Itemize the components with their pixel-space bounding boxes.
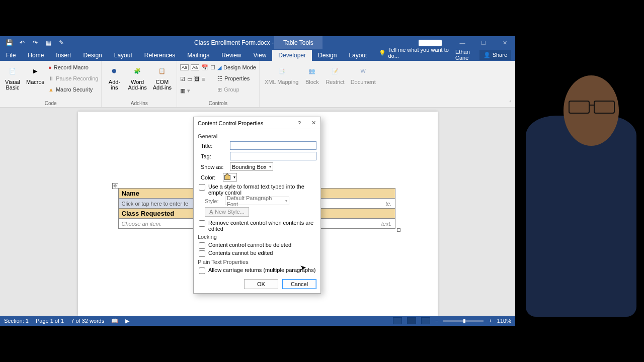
visual-basic-button[interactable]: 📄Visual Basic xyxy=(3,62,22,92)
web-layout-icon[interactable] xyxy=(421,317,430,324)
dialog-titlebar[interactable]: Content Control Properties ? ✕ xyxy=(194,117,320,129)
tag-input[interactable] xyxy=(230,152,316,160)
read-mode-icon[interactable] xyxy=(393,317,402,324)
properties-button[interactable]: ☷Properties xyxy=(217,73,256,83)
tab-view[interactable]: View xyxy=(248,50,273,61)
undo-icon[interactable]: ↶ xyxy=(18,39,26,47)
ribbon-group-code: 📄Visual Basic ▶Macros ●Record Macro ⏸Pau… xyxy=(0,61,102,107)
ribbon-group-addins: ⬢Add- ins 🧩Word Add-ins 📋COM Add-ins Add… xyxy=(102,61,177,107)
ribbon-group-mapping: 📑XML Mapping 👥Block 📝Restrict WDocument xyxy=(260,61,381,107)
macros-button[interactable]: ▶Macros xyxy=(24,62,46,86)
design-icon: ◢ xyxy=(217,64,221,71)
com-addins-button[interactable]: 📋COM Add-ins xyxy=(151,62,174,92)
macro-security-button[interactable]: ▲Macro Security xyxy=(48,84,98,95)
zoom-level[interactable]: 110% xyxy=(497,318,511,324)
color-label: Color: xyxy=(201,174,220,180)
macros-icon: ▶ xyxy=(28,63,43,78)
cannot-delete-checkbox[interactable]: Content control cannot be deleted xyxy=(198,242,316,249)
collapse-ribbon-icon[interactable]: ˆ xyxy=(510,101,511,106)
tab-developer[interactable]: Developer xyxy=(272,50,312,61)
tab-home[interactable]: Home xyxy=(22,50,50,61)
title-input[interactable] xyxy=(230,141,316,150)
quick-access-toolbar: 💾 ↶ ↷ ▦ ✎ xyxy=(0,39,65,47)
table-move-handle-icon[interactable]: ✥ xyxy=(112,183,118,189)
user-name[interactable]: Ethan Cane xyxy=(455,49,475,61)
zoom-out-icon[interactable]: − xyxy=(435,318,438,324)
style-combobox: Default Paragraph Font▾ xyxy=(225,197,289,205)
tab-layout[interactable]: Layout xyxy=(108,50,138,61)
chevron-down-icon: ▾ xyxy=(233,175,235,179)
com-icon: 📋 xyxy=(154,63,170,78)
title-label: Title: xyxy=(201,143,227,149)
block-authors-button[interactable]: 👥Block xyxy=(302,62,321,86)
carriage-returns-checkbox[interactable]: Allow carriage returns (multiple paragra… xyxy=(198,267,316,274)
macro-icon[interactable]: ▶ xyxy=(125,318,129,324)
tab-table-layout[interactable]: Layout xyxy=(343,50,373,61)
maximize-icon[interactable]: ☐ xyxy=(473,36,494,49)
help-icon[interactable]: ? xyxy=(292,120,306,126)
record-macro-button[interactable]: ●Record Macro xyxy=(48,62,98,72)
dialog-close-icon[interactable]: ✕ xyxy=(306,120,320,126)
table-resize-handle-icon[interactable] xyxy=(397,228,400,232)
tab-mailings[interactable]: Mailings xyxy=(181,50,215,61)
restrict-editing-button[interactable]: 📝Restrict xyxy=(324,62,346,86)
document-template-button[interactable]: WDocument xyxy=(349,62,378,86)
showas-combobox[interactable]: Bounding Box▾ xyxy=(230,162,273,171)
style-label: Style: xyxy=(205,198,222,204)
presenter-overlay xyxy=(518,70,644,327)
section-plaintext: Plain Text Properties xyxy=(198,259,316,265)
word-addins-button[interactable]: 🧩Word Add-ins xyxy=(126,62,148,92)
pause-recording-button[interactable]: ⏸Pause Recording xyxy=(48,73,98,83)
remove-control-checkbox[interactable]: Remove content control when contents are… xyxy=(198,220,316,232)
tellme-search[interactable]: 💡 Tell me what you want to do... xyxy=(373,45,455,61)
tab-review[interactable]: Review xyxy=(215,50,247,61)
addins-button[interactable]: ⬢Add- ins xyxy=(105,62,124,92)
share-button[interactable]: 👤 Share xyxy=(479,50,511,60)
block-icon: 👥 xyxy=(304,63,319,78)
redo-icon[interactable]: ↷ xyxy=(31,39,39,47)
pause-icon: ⏸ xyxy=(48,75,54,81)
ribbon-tabs: File Home Insert Design Layout Reference… xyxy=(0,49,515,61)
ok-button[interactable]: OK xyxy=(244,279,278,289)
xml-mapping-button[interactable]: 📑XML Mapping xyxy=(263,62,300,86)
new-style-button: A̲New Style... xyxy=(205,207,249,217)
color-picker[interactable]: ▾ xyxy=(223,173,237,182)
group-icon: ⊞ xyxy=(217,86,222,93)
print-layout-icon[interactable] xyxy=(407,317,416,324)
use-style-checkbox[interactable]: Use a style to format text typed into th… xyxy=(198,184,316,196)
section-general: General xyxy=(198,133,316,139)
tab-insert[interactable]: Insert xyxy=(50,50,77,61)
design-mode-button[interactable]: ◢Design Mode xyxy=(217,62,256,72)
cannot-edit-checkbox[interactable]: Contents cannot be edited xyxy=(198,250,316,257)
tab-design[interactable]: Design xyxy=(77,50,108,61)
window-title: Class Enrollment Form.docx - Word xyxy=(65,39,419,46)
shield-icon: ▲ xyxy=(48,86,54,93)
group-button[interactable]: ⊞Group xyxy=(217,84,256,95)
qat-icon[interactable]: ✎ xyxy=(57,39,65,47)
tellme-placeholder: Tell me what you want to do... xyxy=(388,47,449,59)
qat-icon[interactable]: ▦ xyxy=(44,39,52,47)
word-window: 💾 ↶ ↷ ▦ ✎ Class Enrollment Form.docx - W… xyxy=(0,36,515,326)
lock-icon: 📝 xyxy=(328,63,343,78)
window-controls: — ☐ ✕ xyxy=(452,36,515,49)
zoom-slider[interactable] xyxy=(443,320,484,322)
cancel-button[interactable]: Cancel xyxy=(282,279,316,289)
showas-label: Show as: xyxy=(201,164,227,170)
status-section[interactable]: Section: 1 xyxy=(4,318,29,324)
close-icon[interactable]: ✕ xyxy=(494,36,515,49)
tab-table-design[interactable]: Design xyxy=(312,50,343,61)
status-page[interactable]: Page 1 of 1 xyxy=(36,318,64,324)
save-icon[interactable]: 💾 xyxy=(5,39,13,47)
section-locking: Locking xyxy=(198,234,316,240)
tab-file[interactable]: File xyxy=(0,50,22,61)
store-icon: 🧩 xyxy=(130,63,145,78)
zoom-in-icon[interactable]: + xyxy=(489,318,492,324)
color-swatch-icon xyxy=(224,175,230,180)
spellcheck-icon[interactable]: 📖 xyxy=(111,318,118,324)
xml-icon: 📑 xyxy=(274,63,289,78)
template-icon: W xyxy=(356,63,371,78)
tab-references[interactable]: References xyxy=(138,50,181,61)
ribbon: 📄Visual Basic ▶Macros ●Record Macro ⏸Pau… xyxy=(0,61,515,108)
status-words[interactable]: 7 of 32 words xyxy=(71,318,104,324)
chevron-down-icon: ▾ xyxy=(269,164,271,169)
